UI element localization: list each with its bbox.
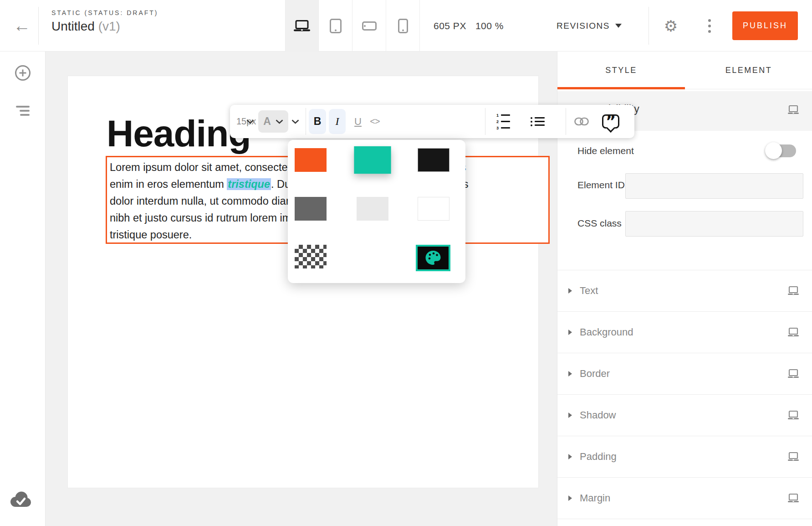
chevron-right-icon — [568, 495, 572, 501]
tablet-icon — [329, 19, 342, 33]
bold-button[interactable]: B — [309, 109, 326, 134]
plus-circle-icon — [15, 65, 31, 81]
text-color-picker-popup — [288, 140, 465, 283]
back-button[interactable]: ← — [9, 0, 35, 52]
italic-button[interactable]: I — [329, 109, 346, 134]
mobile-portrait-icon — [398, 19, 408, 33]
divider — [306, 108, 306, 135]
section-text[interactable]: Text — [557, 270, 812, 311]
underline-button[interactable]: U — [351, 105, 365, 138]
document-version: (v1) — [98, 19, 120, 33]
outline-lines-icon — [16, 106, 30, 116]
chevron-down-icon — [615, 24, 622, 28]
responsive-screen-icon — [787, 327, 800, 339]
device-desktop-button[interactable] — [285, 0, 319, 52]
left-toolbar-rail — [0, 52, 46, 526]
divider — [485, 108, 485, 135]
chevron-right-icon — [568, 454, 572, 459]
settings-button[interactable]: ⚙ — [659, 0, 682, 52]
hide-element-label: Hide element — [577, 145, 634, 156]
more-options-button[interactable] — [701, 0, 718, 52]
viewport-width: 605 PX — [434, 21, 466, 31]
swatch-white[interactable] — [418, 197, 449, 221]
device-mobile-landscape-button[interactable] — [352, 0, 386, 52]
document-title: Untitled (v1) — [51, 19, 158, 34]
responsive-screen-icon — [787, 105, 800, 117]
responsive-screen-icon — [787, 286, 800, 298]
save-status-indicator[interactable] — [9, 490, 32, 510]
mobile-landscape-icon — [362, 21, 377, 31]
back-arrow-icon: ← — [13, 16, 31, 36]
responsive-screen-icon — [787, 369, 800, 381]
section-background[interactable]: Background — [557, 311, 812, 353]
publish-button[interactable]: PUBLISH — [732, 11, 798, 40]
element-id-input[interactable] — [625, 173, 803, 199]
responsive-screen-icon — [787, 493, 800, 505]
element-id-label: Element ID — [577, 180, 625, 191]
swatch-dark-gray[interactable] — [295, 197, 327, 221]
panel-tabs: STYLE ELEMENT — [557, 52, 812, 89]
viewport-metrics: 605 PX 100 % — [434, 0, 504, 52]
chevron-right-icon — [568, 413, 572, 418]
divider — [557, 519, 812, 519]
hide-element-toggle[interactable] — [767, 144, 796, 157]
section-margin[interactable]: Margin — [557, 477, 812, 519]
zoom-level: 100 % — [475, 21, 504, 31]
chevron-down-icon — [246, 119, 254, 124]
ordered-list-icon: 1 2 3 — [495, 113, 510, 130]
document-title-block: STATIC (STATUS: DRAFT) Untitled (v1) — [51, 9, 158, 34]
gear-icon: ⚙ — [664, 17, 678, 35]
divider — [38, 7, 39, 45]
swatch-orange[interactable] — [295, 148, 327, 172]
heading-element[interactable]: Heading — [107, 115, 250, 152]
swatch-black[interactable] — [418, 148, 449, 172]
section-shadow[interactable]: Shadow — [557, 394, 812, 436]
laptop-icon — [293, 20, 311, 32]
quote-icon: ” — [602, 114, 619, 129]
responsive-screen-icon — [787, 452, 800, 464]
outline-button[interactable] — [0, 95, 46, 127]
link-button[interactable] — [574, 105, 589, 138]
chevron-right-icon — [568, 288, 572, 294]
text-format-toolbar: 15px A B I U <> 1 2 3 — [230, 105, 634, 138]
font-size-dropdown[interactable] — [246, 105, 254, 138]
chevron-right-icon — [568, 330, 572, 335]
revisions-dropdown[interactable]: REVISIONS — [557, 0, 622, 52]
device-mobile-portrait-button[interactable] — [386, 0, 420, 52]
device-preview-group — [285, 0, 420, 52]
swatch-teal-selected[interactable] — [354, 146, 391, 174]
chevron-right-icon — [568, 371, 572, 376]
swatch-light-gray[interactable] — [357, 197, 388, 221]
section-border[interactable]: Border — [557, 353, 812, 394]
css-class-input[interactable] — [625, 211, 803, 237]
code-button[interactable]: <> — [367, 105, 383, 138]
tab-element[interactable]: ELEMENT — [685, 52, 812, 89]
responsive-screen-icon — [787, 410, 800, 422]
css-class-label: CSS class — [577, 218, 622, 229]
document-status: STATIC (STATUS: DRAFT) — [51, 9, 158, 16]
chevron-down-icon — [276, 119, 283, 124]
palette-icon — [424, 249, 442, 267]
unordered-list-button[interactable] — [531, 105, 545, 138]
blockquote-button[interactable]: ” — [602, 105, 619, 138]
highlighted-word[interactable]: tristique — [227, 178, 271, 190]
style-sections: Text Background Border — [557, 270, 812, 519]
swatch-transparent[interactable] — [295, 245, 327, 268]
ordered-list-button[interactable]: 1 2 3 — [495, 105, 510, 138]
kebab-icon — [708, 19, 711, 22]
divider — [566, 108, 566, 135]
top-bar: ← STATIC (STATUS: DRAFT) Untitled (v1) — [0, 0, 812, 52]
device-tablet-button[interactable] — [319, 0, 352, 52]
link-chain-icon — [574, 117, 589, 126]
add-element-button[interactable] — [0, 57, 46, 89]
divider — [649, 7, 649, 45]
text-color-dropdown[interactable]: A — [258, 110, 288, 133]
cloud-check-icon — [9, 490, 32, 508]
chevron-down-icon — [291, 119, 299, 124]
highlight-color-dropdown[interactable] — [291, 105, 299, 138]
unordered-list-icon — [531, 117, 545, 126]
section-padding[interactable]: Padding — [557, 436, 812, 477]
swatch-custom-color[interactable] — [416, 245, 450, 271]
toggle-knob — [765, 142, 782, 159]
tab-style[interactable]: STYLE — [557, 52, 685, 89]
